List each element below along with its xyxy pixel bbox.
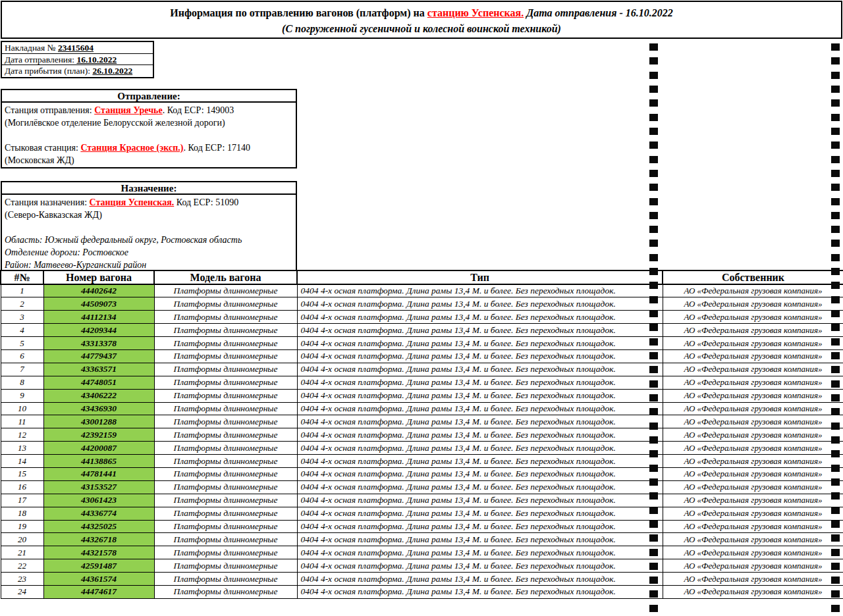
anchor-mark — [649, 605, 658, 612]
header-owner: Собственник — [663, 270, 843, 284]
wagon-number-cell: 44748051 — [43, 376, 154, 389]
wagon-type-cell: 0404 4-х осная платформа. Длина рамы 13,… — [297, 376, 663, 389]
owner-cell: АО «Федеральная грузовая компания» — [663, 324, 843, 337]
owner-cell: АО «Федеральная грузовая компания» — [663, 507, 843, 520]
wagon-number-cell: 43061423 — [43, 494, 154, 507]
row-number-cell: 13 — [1, 442, 43, 455]
wagon-model-cell: Платформы длинномерные — [154, 428, 297, 442]
row-number-cell: 18 — [1, 507, 43, 520]
waybill-number-value: 23415604 — [58, 43, 94, 53]
destination-branch: Отделение дороги: Ростовское — [5, 246, 293, 259]
anchor-mark — [649, 86, 658, 93]
arrival-date-row: Дата прибытия (план): 26.10.2022 — [2, 65, 153, 77]
wagon-model-cell: Платформы длинномерные — [154, 480, 297, 494]
anchor-mark — [831, 57, 840, 64]
departure-station-code: . Код ЕСР: 149003 — [163, 105, 234, 115]
wagon-type-cell: 0404 4-х осная платформа. Длина рамы 13,… — [297, 533, 663, 546]
wagon-type-cell: 0404 4-х осная платформа. Длина рамы 13,… — [297, 546, 663, 559]
anchor-mark — [649, 72, 658, 79]
row-number-cell: 9 — [1, 389, 43, 402]
anchor-mark — [649, 128, 658, 135]
title-station-link[interactable]: станцию Успенская. — [427, 7, 524, 18]
wagon-number-cell: 44509073 — [43, 297, 154, 311]
table-row: 9 43406222 Платформы длинномерные 0404 4… — [1, 389, 843, 402]
owner-cell: АО «Федеральная грузовая компания» — [663, 349, 843, 363]
wagon-model-cell: Платформы длинномерные — [154, 559, 297, 573]
anchor-mark — [831, 86, 840, 93]
owner-cell: АО «Федеральная грузовая компания» — [663, 546, 843, 559]
header-wagon-model: Модель вагона — [154, 270, 297, 284]
document-title: Информация по отправлению вагонов (платф… — [2, 5, 841, 21]
wagon-type-cell: 0404 4-х осная платформа. Длина рамы 13,… — [297, 284, 663, 297]
wagon-model-cell: Платформы длинномерные — [154, 324, 297, 337]
anchor-mark — [649, 43, 658, 51]
table-row: 17 43061423 Платформы длинномерные 0404 … — [1, 494, 843, 507]
anchor-mark — [649, 212, 658, 219]
owner-cell: АО «Федеральная грузовая компания» — [663, 389, 843, 402]
destination-station-link[interactable]: Станция Успенская. — [90, 197, 175, 207]
departure-date-value: 16.10.2022 — [76, 55, 117, 64]
wagon-model-cell: Платформы длинномерные — [154, 376, 297, 389]
anchor-mark — [831, 605, 840, 612]
anchor-mark — [831, 212, 840, 219]
anchor-mark — [649, 99, 658, 107]
wagon-type-cell: 0404 4-х осная платформа. Длина рамы 13,… — [297, 455, 663, 468]
departure-station-note: (Могилёвское отделение Белорусской желез… — [5, 116, 293, 129]
table-row: 21 44321578 Платформы длинномерные 0404 … — [1, 546, 843, 559]
wagon-type-cell: 0404 4-х осная платформа. Длина рамы 13,… — [297, 428, 663, 442]
wagon-model-cell: Платформы длинномерные — [154, 389, 297, 402]
departure-station-label: Станция отправления: — [5, 105, 94, 115]
document-title-box: Информация по отправлению вагонов (платф… — [1, 1, 842, 39]
anchor-mark — [831, 128, 840, 135]
wagon-type-cell: 0404 4-х осная платформа. Длина рамы 13,… — [297, 559, 663, 573]
departure-section: Отправление: Станция отправления: Станци… — [1, 89, 297, 168]
wagon-type-cell: 0404 4-х осная платформа. Длина рамы 13,… — [297, 442, 663, 455]
owner-cell: АО «Федеральная грузовая компания» — [663, 311, 843, 324]
table-row: 19 44325025 Платформы длинномерные 0404 … — [1, 520, 843, 533]
row-number-cell: 2 — [1, 297, 43, 311]
table-row: 3 44112134 Платформы длинномерные 0404 4… — [1, 311, 843, 324]
wagon-type-cell: 0404 4-х осная платформа. Длина рамы 13,… — [297, 297, 663, 311]
departure-station-link[interactable]: Станция Уречье — [94, 105, 163, 115]
table-row: 10 43436930 Платформы длинномерные 0404 … — [1, 402, 843, 415]
row-number-cell: 22 — [1, 559, 43, 573]
row-number-cell: 4 — [1, 324, 43, 337]
table-row: 5 43313378 Платформы длинномерные 0404 4… — [1, 337, 843, 350]
destination-section: Назначение: Станция назначения: Станция … — [1, 181, 297, 273]
wagon-model-cell: Платформы длинномерные — [154, 494, 297, 507]
wagon-type-cell: 0404 4-х осная платформа. Длина рамы 13,… — [297, 467, 663, 480]
destination-station-code: Код ЕСР: 51090 — [174, 197, 238, 207]
row-number-cell: 8 — [1, 376, 43, 389]
table-row: 20 44326718 Платформы длинномерные 0404 … — [1, 533, 843, 546]
row-number-cell: 15 — [1, 467, 43, 480]
wagon-type-cell: 0404 4-х осная платформа. Длина рамы 13,… — [297, 389, 663, 402]
row-number-cell: 10 — [1, 402, 43, 415]
destination-region: Область: Южный федеральный округ, Ростов… — [5, 234, 293, 246]
junction-station-link[interactable]: Станция Красное (эксп.) — [80, 143, 183, 153]
wagon-number-cell: 44781441 — [43, 467, 154, 480]
wagon-number-cell: 43436930 — [43, 402, 154, 415]
wagon-number-cell: 44336774 — [43, 507, 154, 520]
row-number-cell: 7 — [1, 363, 43, 376]
table-row: 6 44779437 Платформы длинномерные 0404 4… — [1, 349, 843, 363]
row-number-cell: 3 — [1, 311, 43, 324]
anchor-mark — [649, 240, 658, 247]
anchor-mark — [831, 254, 840, 261]
arrival-date-label: Дата прибытия (план): — [5, 66, 92, 76]
anchor-mark — [649, 226, 658, 233]
wagon-model-cell: Платформы длинномерные — [154, 311, 297, 324]
anchor-mark — [649, 254, 658, 261]
row-number-cell: 12 — [1, 428, 43, 442]
shipment-info-document: Информация по отправлению вагонов (платф… — [0, 0, 843, 616]
document-subtitle: (С погруженной гусеничной и колесной вои… — [2, 21, 841, 37]
wagon-number-cell: 42392159 — [43, 428, 154, 442]
waybill-number-label: Накладная № — [5, 43, 58, 53]
wagon-model-cell: Платформы длинномерные — [154, 363, 297, 376]
table-row: 22 42591487 Платформы длинномерные 0404 … — [1, 559, 843, 573]
wagon-number-cell: 44474617 — [43, 585, 154, 598]
title-prefix: Информация по отправлению вагонов (платф… — [170, 7, 427, 18]
owner-cell: АО «Федеральная грузовая компания» — [663, 415, 843, 428]
wagon-type-cell: 0404 4-х осная платформа. Длина рамы 13,… — [297, 585, 663, 598]
destination-station-line: Станция назначения: Станция Успенская. К… — [5, 196, 293, 209]
anchor-mark — [831, 184, 840, 191]
